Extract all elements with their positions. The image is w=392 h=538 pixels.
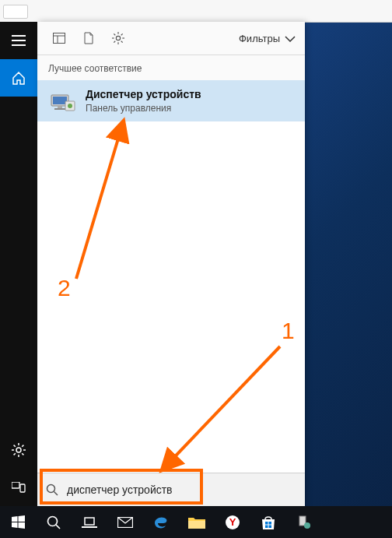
svg-rect-49 [269,525,272,528]
svg-point-32 [47,485,55,493]
svg-point-31 [68,104,72,108]
rail-home[interactable] [0,59,37,97]
windows-icon [12,515,25,529]
search-circle-icon [47,515,61,529]
search-icon [45,483,59,497]
taskbar: Y [0,506,392,538]
svg-marker-36 [12,522,18,528]
svg-rect-41 [82,526,97,528]
header-settings-button[interactable] [106,26,131,51]
taskbar-explorer[interactable] [179,506,215,538]
svg-line-8 [14,445,16,447]
svg-rect-47 [269,522,272,525]
devices-icon [12,482,26,493]
svg-marker-37 [18,522,25,529]
svg-rect-13 [20,484,25,492]
results-body [37,121,305,473]
svg-marker-34 [12,516,18,522]
gear-icon [112,32,124,44]
rail-hamburger[interactable] [0,22,37,59]
svg-line-33 [54,492,58,496]
svg-line-11 [14,453,16,455]
taskbar-search[interactable] [36,506,72,538]
filters-dropdown[interactable]: Фильтры [239,33,296,44]
taskbar-store[interactable] [250,506,286,538]
browser-address-bar [0,0,392,23]
home-icon [12,71,26,85]
svg-marker-35 [18,515,25,522]
svg-line-23 [121,41,123,43]
taskbar-taskview[interactable] [72,506,107,538]
document-icon [84,32,93,44]
svg-point-38 [48,516,58,526]
svg-rect-29 [54,108,65,110]
device-manager-icon [48,89,78,114]
folder-icon [188,516,205,529]
edge-icon [153,515,169,530]
header-apps-button[interactable] [47,26,72,51]
taskview-icon [82,517,97,528]
app-icon [297,515,311,529]
svg-rect-46 [265,522,268,525]
header-documents-button[interactable] [76,26,101,51]
taskbar-edge[interactable] [143,506,179,538]
filters-label: Фильтры [239,33,280,44]
hamburger-icon [12,35,26,46]
svg-rect-12 [12,482,19,488]
mail-icon [117,517,133,528]
best-match-section-label: Лучшее соответствие [37,55,305,80]
svg-point-17 [116,36,120,40]
svg-line-39 [56,525,60,529]
best-match-title: Диспетчер устройств [86,88,201,101]
taskbar-yandex[interactable]: Y [215,506,250,538]
search-input-row [37,473,305,506]
svg-rect-40 [85,518,94,525]
start-left-rail [0,22,37,506]
svg-rect-43 [188,521,205,529]
svg-line-9 [22,453,23,455]
taskbar-mail[interactable] [107,506,143,538]
rail-settings[interactable] [0,431,37,469]
start-search-panel: Фильтры Лучшее соответствие Диспетч [37,22,305,506]
svg-line-25 [114,41,115,43]
svg-text:Y: Y [229,516,236,528]
yandex-icon: Y [225,515,240,530]
taskbar-start[interactable] [0,506,36,538]
svg-point-3 [16,448,21,452]
svg-line-10 [22,445,23,447]
svg-rect-14 [54,33,65,44]
best-match-subtitle: Панель управления [86,103,201,114]
taskbar-app[interactable] [286,506,322,538]
best-match-result[interactable]: Диспетчер устройств Панель управления [37,80,305,121]
gear-icon [12,443,26,457]
store-icon [261,515,276,529]
window-grid-icon [53,33,65,44]
search-input[interactable] [65,483,297,497]
svg-rect-48 [265,525,268,528]
panel-header: Фильтры [37,22,305,55]
svg-line-24 [121,33,123,35]
svg-rect-28 [58,106,62,108]
chevron-down-icon [285,33,296,44]
svg-point-51 [304,522,310,529]
rail-devices[interactable] [0,469,37,506]
svg-line-22 [114,33,115,35]
svg-rect-27 [53,97,67,104]
